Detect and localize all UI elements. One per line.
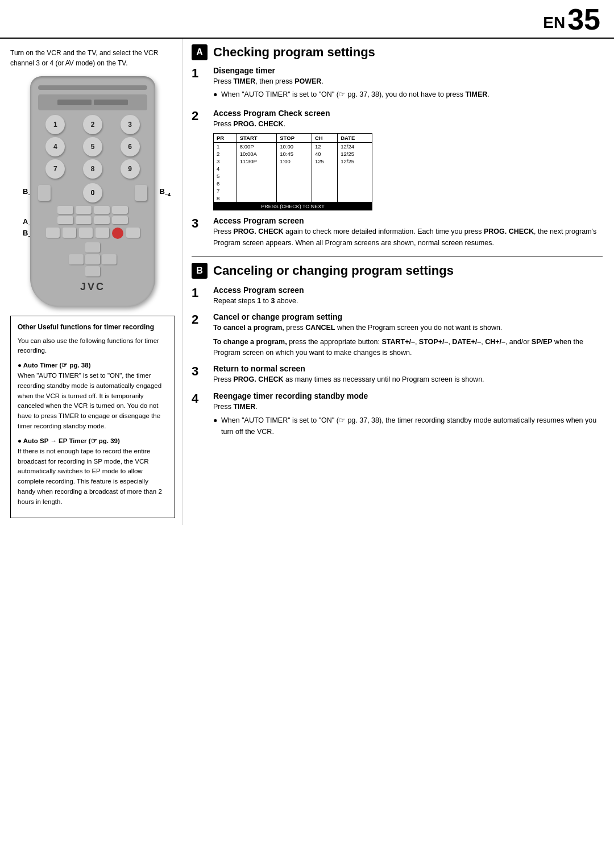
remote-screen-area (38, 94, 147, 110)
table-row: 5 (214, 172, 372, 180)
record-btn[interactable] (112, 228, 123, 239)
transport-row (38, 228, 147, 239)
step-a3: 3 Access Program screen Press PROG. CHEC… (192, 216, 603, 249)
ctrl-btn-3[interactable] (94, 206, 110, 214)
num-btn-3[interactable]: 3 (121, 115, 140, 134)
step-b1-num: 1 (192, 286, 208, 307)
table-row: 4 (214, 165, 372, 172)
note-box: Other Useful functions for timer recordi… (10, 316, 175, 518)
auto-timer-title: ● Auto Timer (☞ pg. 38) (18, 361, 168, 371)
step-a2-title: Access Program Check screen (213, 109, 603, 118)
auto-timer-note: ● Auto Timer (☞ pg. 38) When "AUTO TIMER… (18, 361, 168, 432)
step-a1-bullet: ● When "AUTO TIMER" is set to "ON" (☞ pg… (213, 89, 603, 100)
num-btn-4[interactable]: 4 (45, 137, 65, 156)
play-btn[interactable] (63, 228, 76, 238)
table-row: 311:30P1:0012512/25 (214, 158, 372, 165)
ctrl-btn-1[interactable] (57, 206, 73, 214)
step-b4-content: Reengage timer recording standby mode Pr… (213, 391, 603, 440)
ctrl-btn-8[interactable] (112, 216, 128, 224)
step-b2-num: 2 (192, 312, 208, 358)
pause-btn[interactable] (126, 228, 140, 238)
col-ch: CH (312, 134, 338, 143)
step-a2-body: Press PROG. CHECK. (213, 119, 603, 130)
step-b3-body: Press PROG. CHECK as many times as neces… (213, 374, 603, 385)
jvc-logo: JVC (38, 281, 147, 293)
nav-left[interactable] (69, 254, 84, 264)
section-a-badge: A (192, 44, 208, 60)
step-b1-body: Repeat steps 1 to 3 above. (213, 296, 603, 307)
ctrl-btn-2[interactable] (76, 206, 92, 214)
step-b4-title: Reengage timer recording standby mode (213, 391, 603, 400)
section-a-header: A Checking program settings (192, 44, 603, 60)
nav-center[interactable] (85, 254, 100, 264)
num-btn-9[interactable]: 9 (121, 159, 140, 179)
table-row: 6 (214, 180, 372, 187)
num-btn-6[interactable]: 6 (121, 137, 140, 156)
num-btn-8[interactable]: 8 (83, 159, 102, 179)
num-btn-7[interactable]: 7 (45, 159, 65, 179)
remote-body: 1 2 3 4 5 6 7 8 9 0 (30, 76, 155, 307)
rewind-btn[interactable] (46, 228, 60, 238)
step-b2-cancel: To cancel a program, press CANCEL when t… (213, 323, 603, 333)
stop-btn[interactable] (96, 228, 109, 238)
step-a3-body: Press PROG. CHECK again to check more de… (213, 226, 603, 249)
nav-row (69, 254, 117, 264)
ctrl-btn-7[interactable] (94, 216, 110, 224)
section-b-header: B Canceling or changing program settings (192, 263, 603, 279)
table-row: 18:00P10:001212/24 (214, 143, 372, 151)
ctrl-btn-4[interactable] (112, 206, 128, 214)
nav-cluster (38, 242, 147, 276)
num-btn-0[interactable]: 0 (83, 183, 102, 202)
control-rows (38, 206, 147, 224)
screen-slot-1 (57, 100, 92, 105)
nav-down[interactable] (85, 266, 100, 276)
note-intro: You can also use the following functions… (18, 336, 168, 357)
step-b4-bullet: ● When "AUTO TIMER" is set to "ON" (☞ pg… (213, 415, 603, 437)
remote-illustration: A–1 B–2 A–1 B–4 B–2 A–2, 3 B–3 B–2 (10, 76, 175, 307)
step-a2-num: 2 (192, 109, 208, 210)
prog-check-table-wrap: PR START STOP CH DATE 18:00P10:001212/24… (213, 133, 603, 210)
page-number: 35 (567, 5, 600, 34)
bullet-dot: ● (213, 89, 221, 100)
ctrl-btn-5[interactable] (57, 216, 73, 224)
nav-right[interactable] (102, 254, 117, 264)
en-label: EN (543, 15, 565, 34)
step-a1-body: Press TIMER, then press POWER. (213, 76, 603, 87)
step-b4-body: Press TIMER. (213, 402, 603, 412)
step-a1-content: Disengage timer Press TIMER, then press … (213, 66, 603, 103)
num-btn-5[interactable]: 5 (83, 137, 102, 156)
page-header: EN 35 (0, 0, 614, 39)
col-pr: PR (214, 134, 237, 143)
num-btn-2[interactable]: 2 (83, 115, 102, 134)
step-a1-num: 1 (192, 66, 208, 103)
bullet-item-a1: ● When "AUTO TIMER" is set to "ON" (☞ pg… (213, 89, 603, 100)
ctrl-row-2 (38, 216, 147, 224)
step-b3-num: 3 (192, 364, 208, 385)
channel-row: 0 (38, 183, 147, 202)
step-b3: 3 Return to normal screen Press PROG. CH… (192, 364, 603, 385)
side-btn-right[interactable] (135, 185, 147, 201)
right-column: A Checking program settings 1 Disengage … (182, 39, 614, 525)
side-btn-left[interactable] (38, 185, 51, 201)
step-b4-num: 4 (192, 391, 208, 440)
section-b-title: Canceling or changing program settings (213, 263, 454, 278)
ctrl-btn-6[interactable] (76, 216, 92, 224)
step-b2-content: Cancel or change program setting To canc… (213, 312, 603, 358)
ffwd-btn[interactable] (79, 228, 93, 238)
step-b1-title: Access Program screen (213, 286, 603, 295)
nav-up[interactable] (85, 242, 100, 253)
ctrl-row-1 (38, 206, 147, 214)
table-row: 210:00A10:454012/25 (214, 150, 372, 158)
screen-slot-2 (94, 100, 128, 105)
auto-sp-text: If there is not enough tape to record th… (18, 447, 168, 507)
step-a2-content: Access Program Check screen Press PROG. … (213, 109, 603, 210)
intro-text: Turn on the VCR and the TV, and select t… (10, 48, 175, 68)
step-b4: 4 Reengage timer recording standby mode … (192, 391, 603, 440)
table-row: 8 (214, 195, 372, 202)
auto-sp-note: ● Auto SP → EP Timer (☞ pg. 39) If there… (18, 436, 168, 507)
col-date: DATE (338, 134, 372, 143)
step-b3-content: Return to normal screen Press PROG. CHEC… (213, 364, 603, 385)
num-btn-1[interactable]: 1 (45, 115, 65, 134)
bullet-text-b4: When "AUTO TIMER" is set to "ON" (☞ pg. … (221, 415, 603, 437)
step-a1-title: Disengage timer (213, 66, 603, 75)
